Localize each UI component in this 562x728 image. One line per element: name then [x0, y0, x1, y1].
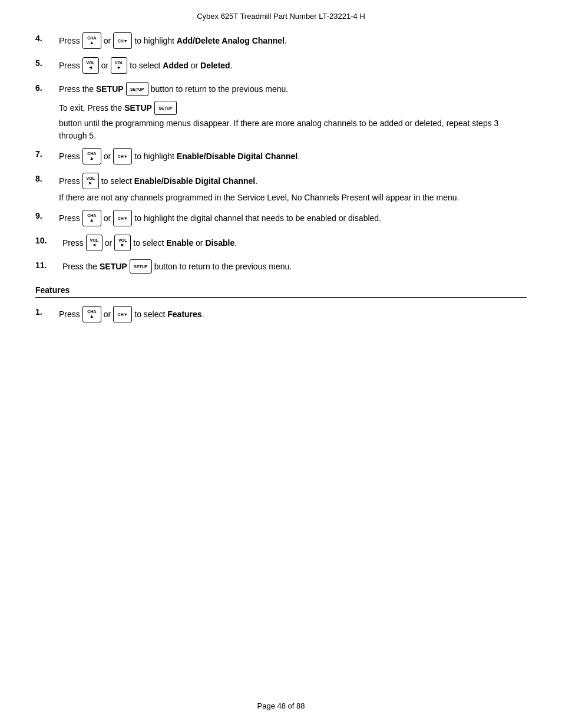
step-5-or: or: [101, 61, 108, 70]
setup-button-11[interactable]: SETUP: [130, 259, 152, 274]
step-content-8: Press VOL ► to select Enable/Disable Dig…: [59, 173, 527, 204]
cha-button-7[interactable]: CHA ▲: [82, 148, 101, 164]
step-10-line: Press VOL ◄ or VOL ► to select Enable or…: [62, 235, 527, 251]
cha-button-f1[interactable]: CHA ▲: [82, 306, 101, 322]
step-6-line2: To exit, Press the SETUP SETUP button un…: [59, 101, 527, 142]
step-11: 11. Press the SETUP SETUP button to retu…: [35, 259, 527, 274]
step-content-5: Press VOL ◄ or VOL ► to select Added or …: [59, 57, 527, 76]
features-section: Features 1. Press CHA ▲ or CH▼ to select…: [35, 285, 527, 325]
step-6: 6. Press the SETUP SETUP button to retur…: [35, 82, 527, 142]
features-step-1-or: or: [104, 309, 111, 319]
step-5-press: Press: [59, 60, 80, 72]
cha-button-9[interactable]: CHA ▲: [82, 210, 101, 226]
step-6-exit-text: To exit, Press the SETUP: [59, 102, 152, 114]
step-10-press: Press: [62, 237, 84, 249]
step-11-press-the: Press the SETUP: [62, 261, 127, 273]
step-num-9: 9.: [35, 210, 59, 220]
vol-left-button-10[interactable]: VOL ◄: [86, 235, 103, 251]
step-8-press: Press: [59, 175, 80, 187]
chv-button-7[interactable]: CH▼: [113, 148, 132, 164]
step-9-or: or: [104, 213, 111, 223]
step-6-line1: Press the SETUP SETUP button to return t…: [59, 82, 527, 96]
page-header: Cybex 625T Treadmill Part Number LT-2322…: [35, 12, 527, 21]
cha-button-4[interactable]: CHA ▲: [82, 32, 101, 49]
step-8-suffix: to select Enable/Disable Digital Channel…: [101, 175, 257, 187]
step-11-suffix: button to return to the previous menu.: [154, 261, 292, 273]
step-4-line: Press CHA ▲ or CH▼ to highlight Add/Dele…: [59, 32, 527, 49]
chv-button-f1[interactable]: CH▼: [113, 306, 132, 322]
step-8-line: Press VOL ► to select Enable/Disable Dig…: [59, 173, 527, 189]
step-7: 7. Press CHA ▲ or CH▼ to highlight Enabl…: [35, 148, 527, 167]
step-num-5: 5.: [35, 57, 59, 68]
step-num-11: 11.: [35, 259, 62, 270]
step-7-line: Press CHA ▲ or CH▼ to highlight Enable/D…: [59, 148, 527, 164]
chv-button-4[interactable]: CH▼: [113, 32, 132, 49]
vol-right-button-5[interactable]: VOL ►: [111, 57, 127, 74]
step-content-9: Press CHA ▲ or CH▼ to highlight the digi…: [59, 210, 527, 229]
step-6-press-the: Press the SETUP: [59, 83, 124, 95]
step-6-suffix1: button to return to the previous menu.: [151, 83, 288, 95]
step-4: 4. Press CHA ▲ or CH▼ to highlight Add/D…: [35, 32, 527, 51]
features-step-num-1: 1.: [35, 306, 59, 317]
step-7-or: or: [104, 151, 111, 161]
vol-right-button-10[interactable]: VOL ►: [114, 235, 131, 251]
step-4-or: or: [104, 36, 111, 45]
setup-button-6b[interactable]: SETUP: [154, 101, 177, 115]
step-num-6: 6.: [35, 82, 59, 93]
features-step-1-suffix: to select Features.: [134, 308, 204, 321]
features-step-1: 1. Press CHA ▲ or CH▼ to select Features…: [35, 306, 527, 325]
step-content-10: Press VOL ◄ or VOL ► to select Enable or…: [62, 235, 527, 253]
step-10-or: or: [105, 238, 112, 248]
setup-button-6a[interactable]: SETUP: [126, 82, 148, 96]
step-4-suffix: to highlight Add/Delete Analog Channel.: [134, 35, 287, 47]
page-footer: Page 48 of 88: [0, 701, 562, 710]
step-11-line: Press the SETUP SETUP button to return t…: [62, 259, 527, 274]
step-content-6: Press the SETUP SETUP button to return t…: [59, 82, 527, 142]
step-9-line: Press CHA ▲ or CH▼ to highlight the digi…: [59, 210, 527, 226]
step-8-extra: If there are not any channels programmed…: [59, 192, 527, 204]
step-9-suffix: to highlight the digital channel that ne…: [134, 212, 381, 225]
features-header: Features: [35, 285, 527, 298]
step-10-suffix: to select Enable or Disable.: [133, 237, 237, 249]
features-step-1-press: Press: [59, 308, 80, 321]
step-num-7: 7.: [35, 148, 59, 159]
step-num-8: 8.: [35, 173, 59, 183]
step-num-10: 10.: [35, 235, 62, 245]
vol-left-button-5[interactable]: VOL ◄: [82, 57, 99, 74]
features-step-content-1: Press CHA ▲ or CH▼ to select Features.: [59, 306, 527, 325]
step-content-4: Press CHA ▲ or CH▼ to highlight Add/Dele…: [59, 32, 527, 51]
step-4-press: Press: [59, 35, 80, 47]
vol-right-button-8[interactable]: VOL ►: [82, 173, 99, 189]
chv-button-9[interactable]: CH▼: [113, 210, 132, 226]
step-6-suffix2: button until the programming menus disap…: [59, 117, 527, 142]
step-content-11: Press the SETUP SETUP button to return t…: [62, 259, 527, 274]
step-num-4: 4.: [35, 32, 59, 43]
step-8: 8. Press VOL ► to select Enable/Disable …: [35, 173, 527, 204]
step-content-7: Press CHA ▲ or CH▼ to highlight Enable/D…: [59, 148, 527, 167]
step-5-suffix: to select Added or Deleted.: [130, 60, 232, 72]
step-10: 10. Press VOL ◄ or VOL ► to select Enabl…: [35, 235, 527, 253]
step-7-press: Press: [59, 150, 80, 163]
step-7-suffix: to highlight Enable/Disable Digital Chan…: [134, 150, 300, 163]
step-5: 5. Press VOL ◄ or VOL ► to select Added …: [35, 57, 527, 76]
step-9: 9. Press CHA ▲ or CH▼ to highlight the d…: [35, 210, 527, 229]
step-9-press: Press: [59, 212, 80, 225]
step-5-line: Press VOL ◄ or VOL ► to select Added or …: [59, 57, 527, 74]
features-step-1-line: Press CHA ▲ or CH▼ to select Features.: [59, 306, 527, 322]
